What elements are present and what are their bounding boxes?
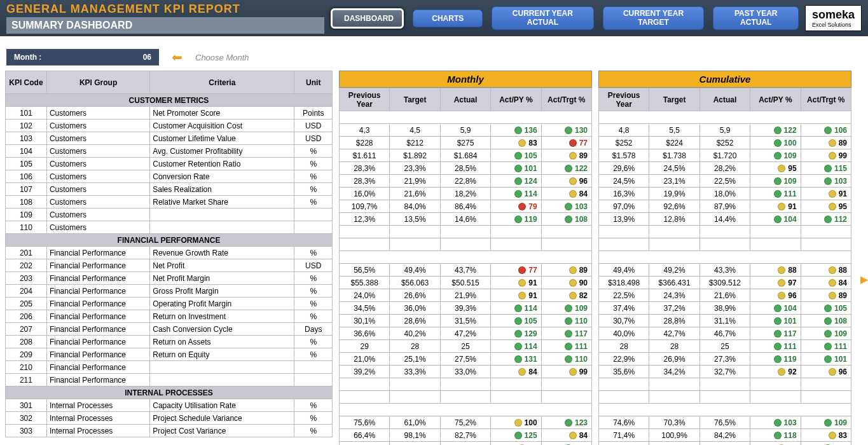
pct-cell: 101: [491, 162, 541, 175]
kpi-left-table: KPI CodeKPI GroupCriteriaUnitCUSTOMER ME…: [5, 71, 333, 437]
pct-cell: 100: [491, 416, 541, 429]
charts-button[interactable]: CHARTS: [413, 10, 483, 27]
kpi-row: 210Financial Performance: [6, 361, 333, 374]
kpi-row: 301Internal ProcessesCapacity Utilisatio…: [6, 399, 333, 412]
kpi-row: 107CustomersSales Realization%: [6, 183, 333, 196]
data-row: 12,3%13,5%14,6%119108: [340, 213, 592, 226]
pct-cell: 131: [491, 353, 541, 366]
pct-cell: 122: [541, 162, 591, 175]
pct-cell: 84: [491, 366, 541, 378]
col-header: Criteria: [150, 71, 294, 94]
data-row: 71,4%100,9%84,2%11883: [599, 429, 851, 442]
kpi-row: 102CustomersCustomer Acquisition CostUSD: [6, 120, 333, 132]
data-row: 66,4%98,1%82,7%12584: [340, 429, 592, 442]
kpi-row: 108CustomersRelative Market Share%: [6, 196, 333, 209]
data-row: 29,6%24,5%28,2%95115: [599, 162, 851, 175]
pct-cell: 130: [541, 124, 591, 137]
pct-cell: 99: [750, 442, 801, 446]
status-dot-icon: [514, 343, 522, 350]
pct-cell: 96: [750, 289, 801, 302]
kpi-row: 201Financial PerformanceRevenue Growth R…: [6, 247, 333, 259]
dashboard-button[interactable]: DASHBOARD: [331, 8, 404, 29]
data-row: [599, 391, 851, 404]
pct-cell: 105: [801, 302, 851, 315]
kpi-row: 211Financial Performance: [6, 374, 333, 387]
pct-cell: 112: [801, 213, 851, 226]
data-row: 56,5%49,4%43,7%7789: [340, 264, 592, 277]
col-header: Act/PY %: [750, 88, 801, 111]
pct-cell: 84: [541, 188, 591, 200]
status-dot-icon: [824, 177, 832, 185]
data-row: [340, 378, 592, 391]
status-dot-icon: [774, 190, 782, 198]
pct-cell: 103: [801, 175, 851, 188]
status-dot-icon: [569, 266, 577, 274]
pct-cell: 96: [541, 175, 591, 188]
status-dot-icon: [569, 279, 577, 287]
past-year-actual-button[interactable]: PAST YEAR ACTUAL: [713, 6, 798, 29]
nav-buttons: DASHBOARD CHARTS CURRENT YEAR ACTUAL CUR…: [331, 6, 799, 29]
data-row: 22,9%26,9%27,3%119101: [599, 353, 851, 366]
pct-cell: 89: [801, 137, 851, 149]
kpi-row: 110Customers: [6, 221, 333, 234]
pct-cell: 83: [491, 137, 541, 149]
header-bar: GENERAL MANAGEMENT KPI REPORT SUMMARY DA…: [0, 0, 868, 36]
status-dot-icon: [565, 355, 572, 363]
pct-cell: 103: [801, 442, 851, 446]
pct-cell: 104: [750, 302, 801, 315]
pct-cell: 108: [801, 315, 851, 327]
pct-cell: 88: [750, 264, 801, 277]
status-dot-icon: [518, 139, 526, 147]
pct-cell: 123: [541, 416, 591, 429]
data-row: 78,7%64,5%74,4%95115: [340, 442, 592, 446]
status-dot-icon: [824, 305, 832, 312]
data-row: [599, 226, 851, 238]
status-dot-icon: [829, 368, 836, 376]
col-header: Actual: [699, 88, 750, 111]
kpi-row: 109Customers: [6, 209, 333, 221]
pct-cell: 84: [801, 277, 851, 289]
data-row: 24,0%26,6%21,9%9182: [340, 289, 592, 302]
data-row: [340, 391, 592, 404]
kpi-row: 203Financial PerformanceNet Profit Margi…: [6, 272, 333, 285]
status-dot-icon: [824, 165, 832, 172]
report-title: GENERAL MANAGEMENT KPI REPORT: [6, 3, 324, 16]
pct-cell: 106: [801, 124, 851, 137]
kpi-row: 209Financial PerformanceReturn on Equity…: [6, 348, 333, 361]
pct-cell: 109: [541, 302, 591, 315]
status-dot-icon: [514, 419, 522, 427]
status-dot-icon: [829, 190, 836, 198]
data-row: [340, 238, 592, 251]
pct-cell: 114: [491, 302, 541, 315]
status-dot-icon: [565, 165, 572, 172]
status-dot-icon: [518, 279, 526, 287]
status-dot-icon: [774, 305, 782, 312]
month-selector[interactable]: Month : 06: [6, 49, 159, 65]
data-row: $252$224$25210089: [599, 137, 851, 149]
data-row: 21,0%25,1%27,5%131110: [340, 353, 592, 366]
status-dot-icon: [829, 432, 836, 439]
pct-cell: 91: [750, 200, 801, 213]
col-header: KPI Code: [6, 71, 47, 94]
kpi-row: 106CustomersConversion Rate%: [6, 170, 333, 183]
data-row: [340, 226, 592, 238]
data-row: 282825111111: [599, 340, 851, 353]
kpi-row: 202Financial PerformanceNet ProfitUSD: [6, 259, 333, 272]
pct-cell: 109: [750, 175, 801, 188]
current-year-actual-button[interactable]: CURRENT YEAR ACTUAL: [492, 6, 593, 29]
pct-cell: 110: [541, 315, 591, 327]
col-header: KPI Group: [46, 71, 149, 94]
pct-cell: 119: [491, 213, 541, 226]
data-row: 13,9%12,8%14,4%104112: [599, 213, 851, 226]
col-header: Act/Trgt %: [801, 88, 851, 111]
current-year-target-button[interactable]: CURRENT YEAR TARGET: [603, 6, 705, 29]
status-dot-icon: [514, 165, 522, 172]
pct-cell: 100: [750, 137, 801, 149]
status-dot-icon: [774, 355, 782, 363]
col-header: Target: [390, 88, 440, 111]
pct-cell: 118: [750, 429, 801, 442]
pct-cell: 89: [541, 264, 591, 277]
report-subtitle: SUMMARY DASHBOARD: [6, 17, 324, 34]
pct-cell: 114: [491, 188, 541, 200]
pct-cell: 84: [541, 429, 591, 442]
